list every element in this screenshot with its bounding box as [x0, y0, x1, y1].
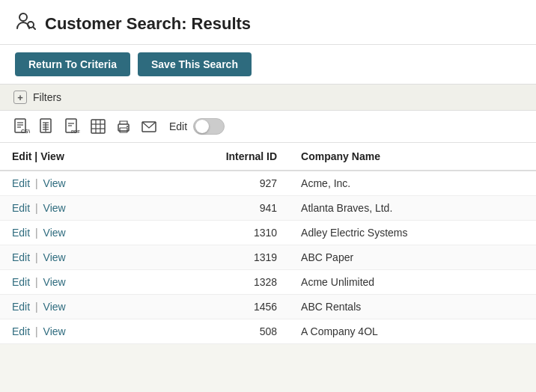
filters-bar[interactable]: + Filters [0, 84, 536, 111]
filters-label: Filters [33, 91, 61, 103]
grid-icon[interactable] [90, 118, 106, 135]
separator: | [32, 276, 40, 288]
table-row: Edit | View1456ABC Rentals [0, 295, 536, 319]
edit-label: Edit [169, 120, 187, 132]
company-name-cell: Acme, Inc. [289, 171, 536, 196]
edit-view-cell: Edit | View [0, 171, 147, 196]
view-link[interactable]: View [43, 301, 66, 313]
svg-point-0 [19, 13, 27, 21]
company-name-cell: Atlanta Braves, Ltd. [289, 196, 536, 221]
svg-point-25 [127, 126, 128, 127]
internal-id-cell: 1319 [147, 245, 289, 270]
toggle-knob [195, 120, 209, 133]
view-link[interactable]: View [43, 276, 66, 288]
action-toolbar: Return To Criteria Save This Search [0, 45, 536, 84]
company-name-cell: A Company 4OL [289, 319, 536, 344]
col-header-internal-id: Internal ID [147, 143, 289, 171]
internal-id-cell: 1310 [147, 221, 289, 245]
edit-link[interactable]: Edit [12, 301, 30, 313]
view-link[interactable]: View [43, 202, 66, 214]
col-header-edit-view: Edit | View [0, 143, 147, 171]
separator: | [32, 177, 40, 189]
svg-text:PDF: PDF [71, 129, 80, 134]
company-name-cell: ABC Rentals [289, 295, 536, 319]
print-icon[interactable] [115, 118, 132, 135]
spreadsheet-icon[interactable] [39, 118, 55, 135]
company-name-cell: Adley Electric Systems [289, 221, 536, 245]
svg-rect-18 [91, 120, 105, 133]
internal-id-cell: 1328 [147, 270, 289, 295]
edit-link[interactable]: Edit [12, 177, 30, 189]
edit-link[interactable]: Edit [12, 202, 30, 214]
separator: | [32, 325, 40, 337]
separator: | [32, 202, 40, 214]
page-title: Customer Search: Results [45, 14, 251, 34]
internal-id-cell: 1456 [147, 295, 289, 319]
table-row: Edit | View1328Acme Unlimited [0, 270, 536, 295]
view-link[interactable]: View [43, 325, 66, 337]
page-header: Customer Search: Results [0, 0, 536, 45]
csv-icon[interactable]: CSV [13, 118, 30, 135]
table-header-row: Edit | View Internal ID Company Name [0, 143, 536, 171]
person-search-icon [15, 10, 36, 37]
company-name-cell: ABC Paper [289, 245, 536, 270]
company-name-cell: Acme Unlimited [289, 270, 536, 295]
table-row: Edit | View941Atlanta Braves, Ltd. [0, 196, 536, 221]
edit-link[interactable]: Edit [12, 251, 30, 263]
view-link[interactable]: View [43, 227, 66, 239]
edit-view-cell: Edit | View [0, 221, 147, 245]
edit-toggle[interactable] [193, 118, 225, 135]
add-filter-icon: + [13, 91, 27, 104]
save-this-search-button[interactable]: Save This Search [138, 52, 252, 76]
table-row: Edit | View1319ABC Paper [0, 245, 536, 270]
internal-id-cell: 508 [147, 319, 289, 344]
table-row: Edit | View1310Adley Electric Systems [0, 221, 536, 245]
view-link[interactable]: View [43, 177, 66, 189]
svg-text:CSV: CSV [21, 129, 30, 134]
edit-link[interactable]: Edit [12, 325, 30, 337]
export-toolbar: CSV PDF [0, 111, 536, 143]
pdf-icon[interactable]: PDF [64, 118, 81, 135]
edit-link[interactable]: Edit [12, 227, 30, 239]
results-table: Edit | View Internal ID Company Name Edi… [0, 143, 536, 344]
table-row: Edit | View927Acme, Inc. [0, 171, 536, 196]
edit-link[interactable]: Edit [12, 276, 30, 288]
separator: | [32, 251, 40, 263]
internal-id-cell: 941 [147, 196, 289, 221]
separator: | [32, 301, 40, 313]
view-link[interactable]: View [43, 251, 66, 263]
edit-view-cell: Edit | View [0, 196, 147, 221]
svg-rect-24 [120, 128, 127, 132]
email-icon[interactable] [141, 118, 157, 135]
svg-line-2 [33, 27, 35, 29]
internal-id-cell: 927 [147, 171, 289, 196]
return-to-criteria-button[interactable]: Return To Criteria [15, 52, 130, 76]
table-row: Edit | View508A Company 4OL [0, 319, 536, 344]
col-header-company-name: Company Name [289, 143, 536, 171]
edit-view-cell: Edit | View [0, 319, 147, 344]
edit-view-cell: Edit | View [0, 295, 147, 319]
edit-view-cell: Edit | View [0, 245, 147, 270]
edit-view-cell: Edit | View [0, 270, 147, 295]
edit-toggle-area: Edit [169, 118, 225, 135]
separator: | [32, 227, 40, 239]
